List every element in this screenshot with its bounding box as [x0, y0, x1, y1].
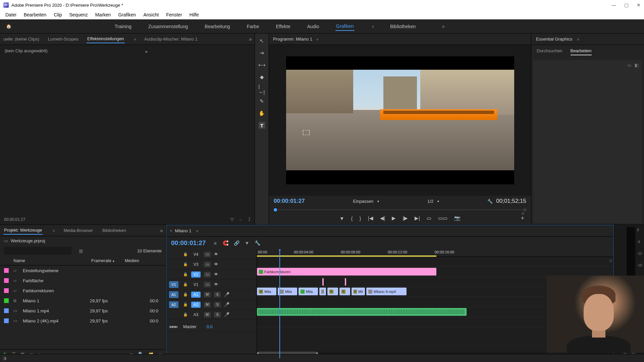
menu-sequenz[interactable]: Sequenz [66, 11, 91, 19]
mark-in-button[interactable]: { [351, 216, 353, 221]
go-to-out-button[interactable]: ▶| [415, 215, 420, 221]
play-button[interactable]: ▶ [392, 215, 396, 221]
tab-media-browser[interactable]: Media-Browser [63, 227, 94, 234]
project-item[interactable]: ▭ Milano 1.mp4 29,97 fps 00:0 [0, 306, 166, 316]
track-v2-header[interactable]: 🔒 V2 ▭ 👁 [166, 269, 257, 280]
settings-icon[interactable]: 🔧 [487, 199, 493, 204]
workspace-effekte[interactable]: Effekte [275, 22, 291, 31]
mute-icon[interactable]: M [204, 302, 211, 307]
menu-hilfe[interactable]: Hilfe [186, 11, 202, 19]
lock-icon[interactable]: 🔒 [183, 262, 188, 266]
project-item[interactable]: ▱ Farbkorrekturen [0, 286, 166, 296]
mark-out-button[interactable]: } [360, 216, 361, 221]
workspace-training[interactable]: Training [114, 22, 132, 31]
program-timecode-left[interactable]: 00:00:01:27 [274, 198, 305, 204]
home-button[interactable]: 🏠 [4, 22, 13, 31]
timeline-timecode[interactable]: 00:00:01:27 [171, 239, 206, 247]
project-item[interactable]: ▱ Einstellungsebene [0, 265, 166, 276]
tab-effekteinstellungen[interactable]: Effekteinstellungen [87, 35, 125, 43]
fit-dropdown-arrow[interactable]: ▾ [377, 199, 379, 203]
eye-icon[interactable]: 👁 [214, 282, 218, 287]
source-patch-a2[interactable]: A2 [169, 301, 178, 308]
voice-over-icon[interactable]: 🎤 [224, 312, 229, 317]
eg-new-layer-icon[interactable]: ◧ [635, 63, 639, 68]
track-a1-header[interactable]: A1 🔒 A1 M S 🎤 [166, 290, 257, 300]
solo-icon[interactable]: S [214, 292, 221, 297]
project-tab-menu-icon[interactable]: ≡ [53, 229, 55, 233]
video-clip[interactable]: Milano 4.mp4 [366, 288, 407, 295]
tab-menu-icon[interactable]: ≡ [134, 37, 136, 41]
maximize-button[interactable]: ▢ [624, 2, 629, 8]
header-media[interactable]: Medien [125, 258, 162, 263]
zoom-dropdown[interactable]: 1/2 [427, 199, 433, 204]
tab-bibliotheken-lower[interactable]: Bibliotheken [102, 227, 127, 234]
lock-icon[interactable]: 🔒 [183, 252, 188, 256]
razor-tool[interactable]: ◆ [259, 74, 265, 80]
project-item[interactable]: ⧉ Milano 1 29,97 fps 00:0 [0, 296, 166, 306]
zoom-dot[interactable] [609, 259, 612, 262]
add-button-icon[interactable]: + [521, 215, 524, 222]
track-v1-header[interactable]: V1 🔒 V1 ▭ 👁 [166, 280, 257, 290]
step-forward-button[interactable]: |▶ [402, 215, 408, 221]
track-v4-header[interactable]: 🔒 V4 ▭ 👁 [166, 249, 257, 259]
eg-folder-icon[interactable]: ▭ [627, 63, 631, 68]
workspace-zusammenstellung[interactable]: Zusammenstellung [148, 22, 189, 31]
slip-tool[interactable]: |↔| [259, 86, 265, 93]
eg-tab-bearbeiten[interactable]: Bearbeiten [571, 48, 592, 55]
mute-icon[interactable]: M [204, 292, 211, 297]
sequence-name[interactable]: Milano 1 [175, 228, 192, 233]
lock-icon[interactable]: 🔒 [183, 302, 188, 307]
keyframe-icon[interactable]: ⤴ [248, 217, 251, 222]
menu-ansicht[interactable]: Ansicht [140, 11, 162, 19]
zoom-dropdown-arrow[interactable]: ▾ [437, 199, 439, 203]
pen-tool[interactable]: ✎ [259, 98, 265, 105]
menu-grafiken[interactable]: Grafiken [115, 11, 140, 19]
lock-icon[interactable]: 🔒 [183, 282, 188, 287]
video-clip[interactable]: Mila [299, 288, 318, 295]
adjustment-layer-clip[interactable]: Farbkorrekturen [257, 268, 436, 276]
eye-icon[interactable]: 👁 [214, 262, 218, 267]
toggle-effects-icon[interactable]: ▹ [240, 217, 242, 222]
lock-icon[interactable]: 🔒 [183, 312, 188, 317]
freeform-view-icon[interactable]: ▥ [79, 248, 83, 253]
go-to-in-button[interactable]: |◀ [368, 215, 373, 221]
filter-icon[interactable]: ▽ [230, 217, 234, 222]
project-item[interactable]: ▱ Farbfläche [0, 276, 166, 286]
selection-tool[interactable]: ↖ [259, 38, 265, 44]
source-patch-a1[interactable]: A1 [169, 291, 178, 298]
linked-selection-icon[interactable]: 🔗 [234, 240, 239, 246]
track-v3-header[interactable]: 🔒 V3 ▭ 👁 [166, 259, 257, 269]
voice-over-icon[interactable]: 🎤 [224, 292, 229, 297]
header-framerate[interactable]: Framerate ▴ [91, 258, 125, 263]
close-button[interactable]: ✕ [637, 2, 641, 8]
eye-icon[interactable]: 👁 [214, 252, 218, 257]
video-clip[interactable] [319, 288, 326, 295]
workspace-grafiken[interactable]: Grafiken [335, 22, 355, 31]
workspace-overflow-icon[interactable]: » [442, 23, 445, 29]
add-marker-tl-icon[interactable]: ▼ [245, 240, 250, 246]
track-a3-header[interactable]: 🔒 A3 M S 🎤 [166, 310, 257, 320]
snap-icon[interactable]: 🧲 [223, 240, 228, 246]
track-output-icon[interactable]: ▭ [204, 282, 211, 287]
hand-tool[interactable]: ✋ [259, 110, 265, 117]
workspace-bibliotheken[interactable]: Bibliotheken [389, 22, 416, 31]
text-edit-cursor[interactable] [303, 130, 310, 135]
workspace-farbe[interactable]: Farbe [246, 22, 260, 31]
workspace-bearbeitung[interactable]: Bearbeitung [204, 22, 231, 31]
export-frame-button[interactable]: 📷 [454, 215, 461, 221]
header-name[interactable]: Name [4, 258, 91, 263]
insert-mode-icon[interactable]: ⚹ [213, 240, 217, 246]
fit-dropdown[interactable]: Einpassen [353, 199, 374, 204]
solo-icon[interactable]: S [214, 302, 221, 307]
add-marker-button[interactable]: ▼ [339, 216, 344, 221]
master-track-header[interactable]: ⏮⏭ Master 0,0 [166, 322, 257, 332]
project-search-input[interactable] [4, 247, 71, 255]
playhead[interactable] [279, 249, 280, 358]
menu-fenster[interactable]: Fenster [163, 11, 185, 19]
project-overflow-icon[interactable]: » [160, 228, 163, 234]
lift-button[interactable]: ▭ [427, 215, 431, 221]
video-clip[interactable]: fxMila [257, 288, 276, 295]
step-back-button[interactable]: ◀| [380, 215, 385, 221]
menu-datei[interactable]: Datei [2, 11, 20, 19]
menu-bearbeiten[interactable]: Bearbeiten [20, 11, 50, 19]
